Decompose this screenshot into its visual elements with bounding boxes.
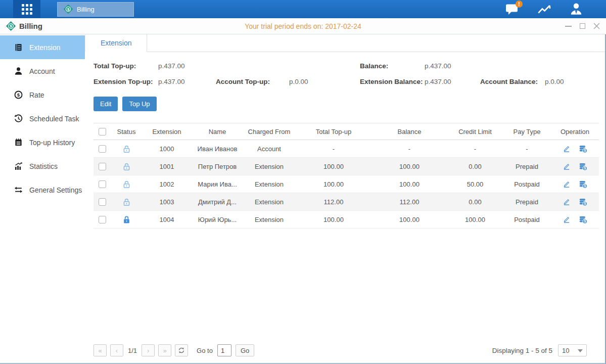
col-name: Name [192,123,243,140]
billing-app-tab[interactable]: $ Billing [57,2,134,17]
row-checkbox[interactable] [99,198,106,206]
table-header-row: Status Extension Name Charged From Total… [94,123,599,140]
sidebar-item-scheduled-task[interactable]: Scheduled Task [0,107,85,130]
table-row: 1001 Петр Петров Extension 100.00 100.00… [94,158,599,175]
svg-text:$: $ [584,149,586,153]
balance-label: Balance: [360,58,425,74]
sidebar-item-label: General Settings [29,186,82,194]
svg-text:$: $ [584,202,586,206]
billing-summary: Total Top-up: p.437.00 Balance: p.437.00… [94,58,598,89]
top-up-coins-icon[interactable]: $ [579,180,587,189]
extension-topup-label: Extension Top-up: [94,74,158,89]
billing-app-tab-label: Billing [77,6,95,13]
sidebar-item-account[interactable]: Account [0,59,85,83]
next-page-button[interactable]: › [142,344,155,356]
edit-pencil-icon[interactable] [563,145,571,153]
account-balance-label: Account Balance: [480,74,545,89]
top-up-button[interactable]: Top Up [122,97,156,111]
window-title: Billing [19,22,42,30]
col-total-topup: Total Top-up [296,123,371,140]
col-status: Status [111,123,142,140]
edit-pencil-icon[interactable] [563,198,571,206]
account-topup-label: Account Top-up: [216,74,289,89]
top-up-coins-icon[interactable]: $ [579,162,587,171]
user-account-button[interactable] [570,3,583,16]
extension-balance-value: p.437.00 [425,74,480,89]
svg-text:$: $ [10,24,12,28]
total-topup-label: Total Top-up: [94,58,158,74]
table-row: 1000 Иван Иванов Account - - - - $ [94,140,599,158]
col-credit-limit: Credit Limit [447,123,503,140]
prev-page-button[interactable]: ‹ [110,344,123,356]
sidebar-item-general-settings[interactable]: General Settings [0,178,85,202]
extension-balance-label: Extension Balance: [360,74,425,89]
messages-button[interactable]: ! [505,3,519,15]
goto-page-input[interactable] [217,344,231,356]
notepad-icon [14,138,23,147]
select-all-checkbox[interactable] [99,128,106,135]
table-row: 1003 Дмитрий Д... Extension 112.00 112.0… [94,193,599,211]
top-bar: $ Billing ! [0,0,606,18]
main-panel: Extension Total Top-up: p.437.00 Balance… [85,34,605,363]
bar-chart-icon [14,162,23,170]
row-checkbox[interactable] [99,145,106,153]
svg-text:$: $ [584,219,586,223]
row-checkbox[interactable] [99,163,106,170]
person-icon [14,67,23,75]
notification-badge: ! [516,1,523,8]
chevron-down-icon [578,349,583,352]
window-title-bar: $ Billing Your trial period ends on: 201… [0,18,606,34]
row-checkbox[interactable] [99,180,106,188]
first-page-button[interactable]: « [94,344,107,356]
table-row: 1002 Мария Ива... Extension 100.00 100.0… [94,175,599,193]
app-grid-button[interactable] [13,0,40,18]
status-lock-icon [122,197,131,205]
total-topup-value: p.437.00 [158,58,216,74]
transfer-arrows-icon [14,186,23,194]
maximize-icon[interactable] [579,23,586,30]
status-lock-icon [122,215,131,222]
svg-text:$: $ [17,92,20,98]
tab-extension[interactable]: Extension [85,34,147,52]
balance-value: p.437.00 [425,58,480,74]
sidebar-item-extension[interactable]: Extension [0,35,85,59]
top-up-coins-icon[interactable]: $ [579,215,587,224]
sidebar-item-statistics[interactable]: Statistics [0,154,85,178]
user-icon [570,3,583,16]
sidebar-item-label: Scheduled Task [29,115,79,123]
top-up-coins-icon[interactable]: $ [579,145,587,153]
extensions-table: Status Extension Name Charged From Total… [94,123,599,229]
tab-extension-label: Extension [101,39,131,47]
tab-bar: Extension [85,34,605,52]
pagination-bar: « ‹ 1/1 › » Go to Go Displaying 1 - 5 of… [94,338,598,363]
billing-diamond-icon: $ [64,5,73,14]
history-clock-icon [14,114,23,123]
last-page-button[interactable]: » [158,344,171,356]
refresh-button[interactable] [175,344,188,356]
sidebar-item-label: Top-up History [29,139,75,147]
reports-button[interactable] [537,3,551,15]
minimize-icon[interactable] [565,23,572,30]
col-charged-from: Charged From [243,123,296,140]
trial-message: Your trial period ends on: 2017-02-24 [0,22,606,30]
dollar-circle-icon: $ [14,90,23,99]
edit-button[interactable]: Edit [94,97,118,111]
close-icon[interactable] [593,23,600,30]
sidebar-item-rate[interactable]: $ Rate [0,83,85,107]
row-checkbox[interactable] [99,216,106,223]
line-chart-icon [537,3,551,15]
edit-pencil-icon[interactable] [563,180,571,188]
displaying-info: Displaying 1 - 5 of 5 [492,347,552,354]
col-balance: Balance [371,123,447,140]
account-balance-value: p.0.00 [545,74,598,89]
page-size-value: 10 [562,347,569,354]
sidebar-item-topup-history[interactable]: Top-up History [0,130,85,154]
status-lock-icon [122,179,131,187]
go-button[interactable]: Go [236,344,254,356]
edit-pencil-icon[interactable] [563,162,571,170]
account-topup-value: p.0.00 [289,74,360,89]
top-up-coins-icon[interactable]: $ [579,198,587,206]
edit-pencil-icon[interactable] [563,215,571,223]
table-row: 1004 Юрий Юрь... Extension 100.00 100.00… [94,211,599,229]
page-size-select[interactable]: 10 [558,344,587,356]
